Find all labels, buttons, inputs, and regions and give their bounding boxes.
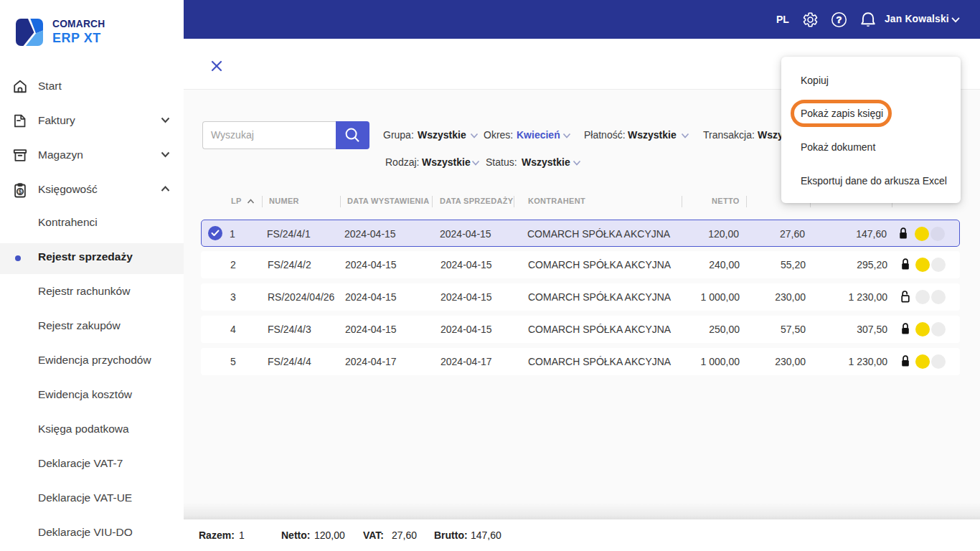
- svg-text:$: $: [19, 189, 22, 195]
- svg-text:?: ?: [837, 14, 842, 25]
